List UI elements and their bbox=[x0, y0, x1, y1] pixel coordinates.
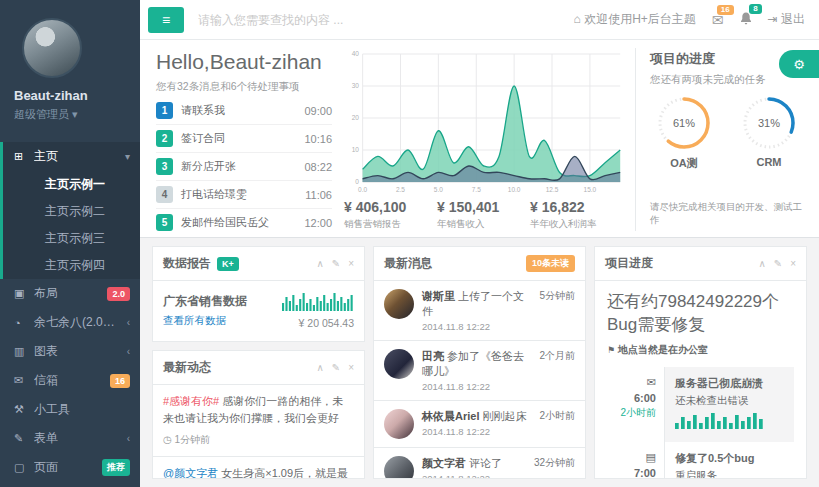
notifications-button[interactable]: 8 bbox=[740, 12, 752, 27]
sidebar-active-section: ⊞主页▾主页示例一主页示例二主页示例三主页示例四 bbox=[0, 142, 140, 279]
progress-gauges: 61%OA测31%CRM bbox=[650, 95, 803, 171]
message-line: 林依晨Ariel 刚刚起床 bbox=[422, 409, 531, 424]
main-area: ≡ ⌂ 欢迎使用H+后台主题 ✉16 8 ⇥ 退出 ⚙ Hello,Beaut-… bbox=[140, 0, 819, 487]
message-user-link[interactable]: 颜文字君 bbox=[422, 457, 466, 469]
todo-row[interactable]: 3新分店开张08:22 bbox=[156, 153, 332, 181]
sidebar-item-tools[interactable]: ⚒小工具 bbox=[0, 395, 140, 424]
feed-post[interactable]: @颜文字君 女生身高×1.09后，就是最适合你的男生身高；相反，男生是÷1.09… bbox=[153, 457, 364, 478]
search-input[interactable] bbox=[184, 13, 574, 27]
latest-messages-panel: 最新消息 10条未读 谢斯里 上传了一个文件2014.11.8 12:225分钟… bbox=[373, 246, 586, 479]
sidebar-item-clock[interactable]: ◔余七余八(2.0新增)‹ bbox=[0, 308, 140, 337]
message-avatar bbox=[384, 289, 414, 319]
wrench-icon[interactable]: ✎ bbox=[332, 258, 340, 269]
close-icon[interactable]: × bbox=[790, 258, 796, 269]
timeline-item[interactable]: ▤7:003小时前修复了0.5个bug重启服务 bbox=[607, 442, 794, 478]
message-user-link[interactable]: 林依晨Ariel bbox=[422, 410, 479, 422]
sidebar-item-label: 布局 bbox=[34, 285, 103, 302]
clock-icon: ◔ bbox=[14, 317, 34, 329]
sidebar-item-chart[interactable]: ▥图表‹ bbox=[0, 337, 140, 366]
sidebar-item-other-pages[interactable]: ◫其他页面‹ bbox=[0, 482, 140, 487]
close-icon[interactable]: × bbox=[348, 362, 354, 373]
svg-text:15.0: 15.0 bbox=[584, 186, 597, 193]
message-ago: 2小时前 bbox=[539, 409, 575, 439]
feed-post-tag[interactable]: #感谢有你# bbox=[163, 395, 222, 407]
message-user-link[interactable]: 田亮 bbox=[422, 350, 444, 362]
message-item[interactable]: 颜文字君 评论了2014.11.8 12:22【九部令人拍案叫绝的惊悚悬疑剧情佳… bbox=[374, 448, 585, 478]
message-content: 田亮 参加了《爸爸去哪儿》2014.11.8 12:22 bbox=[422, 349, 531, 392]
sidebar-subitem[interactable]: 主页示例三 bbox=[3, 225, 140, 252]
wrench-icon[interactable]: ✎ bbox=[774, 258, 782, 269]
todo-row[interactable]: 4打电话给璟雯11:06 bbox=[156, 181, 332, 209]
sidebar-item-label: 小工具 bbox=[34, 401, 130, 418]
wrench-icon[interactable]: ✎ bbox=[332, 362, 340, 373]
user-role-dropdown[interactable]: 超级管理员 ▾ bbox=[14, 107, 140, 122]
gauge-label: CRM bbox=[741, 156, 797, 168]
timeline-item[interactable]: ✉6:002小时前服务器已彻底崩溃还未检查出错误 bbox=[607, 367, 794, 442]
notifications-badge: 8 bbox=[749, 4, 761, 14]
close-icon[interactable]: × bbox=[348, 258, 354, 269]
feed-post-text: #感谢有你# 感谢你们一路的相伴，未来也请让我为你们撑腰，我们会更好 bbox=[163, 393, 354, 427]
todo-row[interactable]: 2签订合同10:16 bbox=[156, 125, 332, 153]
bell-icon bbox=[740, 12, 752, 25]
messages-button[interactable]: ✉16 bbox=[712, 13, 724, 27]
location-line: ⚑地点当然是在办公室 bbox=[607, 343, 794, 357]
view-all-data-link[interactable]: 查看所有数据 bbox=[163, 314, 226, 328]
layout-icon: ▣ bbox=[14, 287, 34, 300]
message-item[interactable]: 林依晨Ariel 刚刚起床2014.11.8 12:222小时前 bbox=[374, 401, 585, 448]
message-item[interactable]: 田亮 参加了《爸爸去哪儿》2014.11.8 12:222个月前 bbox=[374, 341, 585, 401]
sales-sparkline bbox=[282, 293, 354, 311]
feed-post[interactable]: #感谢有你# 感谢你们一路的相伴，未来也请让我为你们撑腰，我们会更好◷ 1分钟前 bbox=[153, 385, 364, 457]
message-avatar bbox=[384, 456, 414, 478]
sidebar-item-home-grid[interactable]: ⊞主页▾ bbox=[3, 142, 140, 171]
stat-value: ¥ 406,100 bbox=[344, 199, 437, 215]
project-progress-title: 项目进度 bbox=[605, 255, 653, 272]
sidebar-item-form[interactable]: ✎表单‹ bbox=[0, 424, 140, 453]
todo-time: 09:00 bbox=[304, 105, 332, 117]
user-profile: Beaut-zihan 超级管理员 ▾ bbox=[0, 0, 140, 134]
menu-toggle-button[interactable]: ≡ bbox=[148, 7, 184, 33]
todo-row[interactable]: 1请联系我09:00 bbox=[156, 97, 332, 125]
todo-row[interactable]: 5发邮件给国民岳父12:00 bbox=[156, 209, 332, 236]
sidebar-item-label: 主页 bbox=[34, 148, 121, 165]
gauge-label: OA测 bbox=[656, 156, 712, 171]
feed-post-tag[interactable]: @颜文字君 bbox=[163, 467, 221, 478]
sidebar-item-pages[interactable]: ▢页面推荐 bbox=[0, 453, 140, 482]
sidebar-badge: 2.0 bbox=[107, 287, 130, 301]
logout-button[interactable]: ⇥ 退出 bbox=[768, 11, 805, 28]
welcome-text: ⌂ 欢迎使用H+后台主题 bbox=[574, 11, 696, 28]
home-icon: ⌂ bbox=[574, 12, 581, 26]
timeline-desc: 重启服务 bbox=[675, 469, 784, 478]
user-name: Beaut-zihan bbox=[14, 88, 140, 103]
collapse-icon[interactable]: ∧ bbox=[316, 258, 323, 269]
sidebar-item-layout[interactable]: ▣布局2.0 bbox=[0, 279, 140, 308]
sidebar-item-label: 信箱 bbox=[34, 372, 106, 389]
sales-area-chart: 0102030400.02.55.07.510.012.515.0 bbox=[344, 48, 623, 196]
message-date: 2014.11.8 12:22 bbox=[422, 473, 526, 478]
project-overview-note: 请尽快完成相关项目的开发、测试工作 bbox=[650, 201, 803, 229]
feed-post-text: @颜文字君 女生身高×1.09后，就是最适合你的男生身高；相反，男生是÷1.09… bbox=[163, 465, 354, 478]
file-icon: ▤ bbox=[607, 451, 656, 464]
sidebar-subitem[interactable]: 主页示例四 bbox=[3, 252, 140, 279]
data-report-figures: ¥ 20 054.43 bbox=[282, 293, 354, 329]
message-item[interactable]: 谢斯里 上传了一个文件2014.11.8 12:225分钟前 bbox=[374, 281, 585, 341]
sidebar-item-label: 图表 bbox=[34, 343, 123, 360]
sidebar-subitem[interactable]: 主页示例一 bbox=[3, 171, 140, 198]
sidebar-item-mail[interactable]: ✉信箱16 bbox=[0, 366, 140, 395]
bug-headline: 还有约79842492229个Bug需要修复 bbox=[607, 291, 794, 337]
collapse-icon[interactable]: ∧ bbox=[758, 258, 765, 269]
theme-settings-button[interactable]: ⚙ bbox=[779, 50, 819, 78]
timeline-detail: 修复了0.5个bug重启服务 bbox=[665, 442, 794, 478]
timeline-ago: 2小时前 bbox=[607, 406, 656, 420]
progress-gauge: 31%CRM bbox=[741, 95, 797, 171]
timeline-detail: 服务器已彻底崩溃还未检查出错误 bbox=[665, 367, 794, 442]
feed-post-time: ◷ 1分钟前 bbox=[163, 432, 354, 448]
project-overview-subtitle: 您还有两项未完成的任务 bbox=[650, 73, 803, 87]
collapse-icon[interactable]: ∧ bbox=[316, 362, 323, 373]
svg-text:0.0: 0.0 bbox=[358, 186, 367, 193]
svg-text:10: 10 bbox=[352, 146, 359, 153]
message-user-link[interactable]: 谢斯里 bbox=[422, 290, 455, 302]
message-ago: 5分钟前 bbox=[539, 289, 575, 332]
content-area: ⚙ Hello,Beaut-zihan 您有32条消息和6个待处理事项 1请联系… bbox=[140, 40, 819, 487]
user-avatar[interactable] bbox=[22, 18, 82, 78]
sidebar-subitem[interactable]: 主页示例二 bbox=[3, 198, 140, 225]
